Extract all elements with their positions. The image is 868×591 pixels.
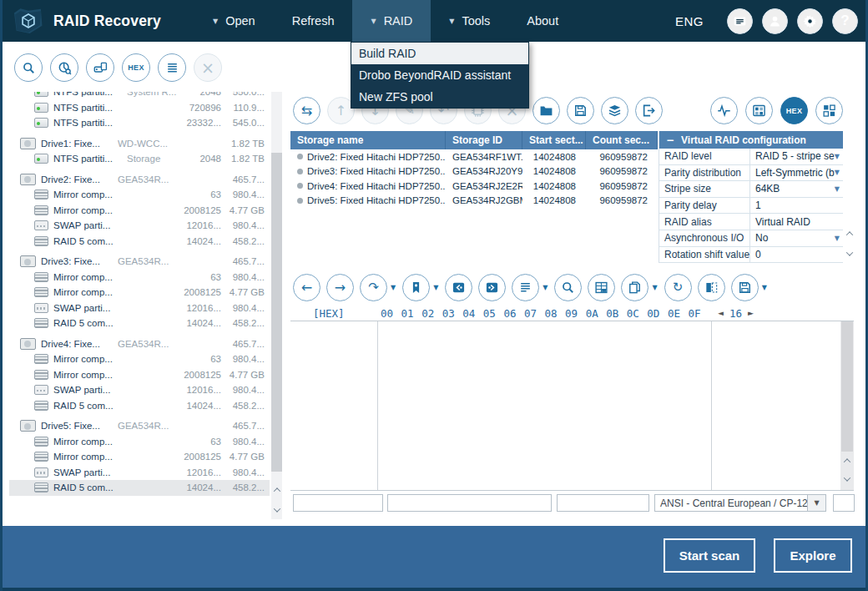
- hex-scrollbar[interactable]: [840, 321, 854, 490]
- tree-row[interactable]: NTFS partiti...Storage20481.82 TB: [9, 151, 270, 167]
- tree-row[interactable]: SWAP parti...12016...980.4...: [9, 301, 270, 316]
- raid-menu-item[interactable]: New ZFS pool: [351, 86, 528, 108]
- tree-row[interactable]: Drive3: Fixe...GEA534R...465.7...: [9, 254, 270, 270]
- tree-row[interactable]: SWAP parti...12016...980.4...: [9, 218, 270, 234]
- pager-right-icon[interactable]: ►: [748, 309, 754, 317]
- save-as-dropdown-icon[interactable]: ▼: [762, 284, 767, 291]
- bookmark-icon[interactable]: [402, 274, 430, 301]
- menu-item-open[interactable]: ▼Open: [194, 0, 274, 42]
- news-icon[interactable]: [727, 8, 753, 34]
- menu-item-raid[interactable]: ▼RAID: [352, 0, 431, 42]
- save-icon[interactable]: [567, 97, 594, 124]
- raid-menu-item[interactable]: Build RAID: [351, 43, 528, 64]
- config-scroll-up-icon[interactable]: [844, 225, 855, 243]
- disk-image-icon[interactable]: [86, 53, 114, 82]
- tree-row[interactable]: Mirror comp...20081254.77 GB: [9, 285, 270, 301]
- table-column-header[interactable]: Start sect...: [522, 131, 586, 149]
- tree-row[interactable]: RAID 5 com...14024...458.2...: [9, 316, 270, 331]
- preview-icon[interactable]: [745, 97, 773, 124]
- sidebar-scrollbar[interactable]: [271, 92, 282, 519]
- help-icon[interactable]: ?: [832, 8, 858, 34]
- config-scroll-down-icon[interactable]: [844, 245, 855, 263]
- config-dropdown-icon[interactable]: ▼: [835, 235, 843, 242]
- grid-icon[interactable]: [588, 274, 615, 301]
- encoding-select[interactable]: ANSI - Central European / CP-1250 ▼: [654, 494, 826, 512]
- tree-row[interactable]: RAID 5 com...14024...458.2...: [9, 480, 270, 496]
- hex-value-input[interactable]: [387, 494, 552, 512]
- layers-icon[interactable]: [601, 97, 628, 124]
- table-column-header[interactable]: Storage ID: [446, 131, 522, 149]
- search-icon[interactable]: [554, 274, 582, 301]
- tree-row[interactable]: NTFS partiti...System R...2048550.0...: [9, 92, 270, 100]
- hex-offset-input[interactable]: [293, 494, 383, 512]
- build-raid-icon[interactable]: ⇆: [293, 97, 320, 124]
- tree-row[interactable]: Mirror comp...63980.4...: [9, 434, 270, 450]
- menu-item-about[interactable]: About: [508, 0, 577, 42]
- table-row[interactable]: Drive3: Fixed Hitachi HDP7250...GEA534RJ…: [290, 164, 658, 179]
- goto-icon[interactable]: ↷: [360, 274, 387, 301]
- config-scrollbar[interactable]: [844, 131, 855, 263]
- table-column-header[interactable]: Storage name: [290, 131, 446, 149]
- settings-icon[interactable]: [797, 8, 823, 34]
- list-icon[interactable]: [512, 274, 539, 301]
- scan-icon[interactable]: [14, 53, 43, 82]
- open-folder-icon[interactable]: [532, 97, 560, 124]
- menu-item-tools[interactable]: ▼Tools: [431, 0, 508, 42]
- table-column-header[interactable]: Count sec...: [586, 131, 658, 149]
- tree-row[interactable]: Mirror comp...20081254.77 GB: [9, 449, 270, 465]
- hex-extra-box[interactable]: [833, 494, 855, 512]
- hex-scrollbar-thumb[interactable]: [841, 321, 853, 453]
- back-icon[interactable]: ←: [293, 274, 320, 301]
- list-dropdown-icon[interactable]: ▼: [542, 284, 548, 291]
- encoding-dropdown-icon[interactable]: ▼: [807, 495, 825, 511]
- explore-button[interactable]: Explore: [774, 538, 852, 573]
- bookmark-dropdown-icon[interactable]: ▼: [433, 284, 438, 291]
- save-as-icon[interactable]: [731, 274, 759, 301]
- pager-left-icon[interactable]: ◄: [718, 309, 724, 317]
- tree-row[interactable]: Mirror comp...63980.4...: [9, 270, 270, 285]
- raid-menu-item[interactable]: Drobo BeyondRAID assistant: [351, 64, 528, 86]
- tree-row[interactable]: RAID 5 com...14024...458.2...: [9, 398, 270, 414]
- config-value[interactable]: RAID 5 - stripe set▼: [750, 149, 843, 164]
- goto-dropdown-icon[interactable]: ▼: [391, 284, 396, 291]
- config-dropdown-icon[interactable]: ▼: [835, 169, 843, 176]
- forward-icon[interactable]: →: [326, 274, 354, 301]
- diagnostics-icon[interactable]: [710, 97, 738, 124]
- language-selector[interactable]: ENG: [675, 14, 704, 28]
- start-scan-button[interactable]: Start scan: [664, 538, 755, 573]
- tree-row[interactable]: Mirror comp...63980.4...: [9, 351, 270, 367]
- prev-bookmark-icon[interactable]: [445, 274, 472, 301]
- copy-icon[interactable]: [621, 274, 648, 301]
- config-dropdown-icon[interactable]: ▼: [835, 185, 843, 193]
- config-value[interactable]: 64KB▼: [750, 181, 843, 197]
- tree-row[interactable]: Mirror comp...20081254.77 GB: [9, 367, 270, 383]
- tree-row[interactable]: Drive5: Fixe...GEA534R...465.7...: [9, 418, 270, 434]
- tree-row[interactable]: Mirror comp...20081254.77 GB: [9, 203, 270, 219]
- collapse-icon[interactable]: −: [666, 134, 674, 146]
- panel-icon[interactable]: [698, 274, 725, 301]
- config-value[interactable]: 1: [750, 198, 843, 214]
- hex-selection-input[interactable]: [557, 494, 649, 512]
- tree-row[interactable]: Drive2: Fixe...GEA534R...465.7...: [9, 172, 270, 188]
- table-row[interactable]: Drive2: Fixed Hitachi HDP7250...GEA534RF…: [290, 149, 658, 164]
- config-dropdown-icon[interactable]: ▼: [835, 153, 843, 160]
- config-value[interactable]: 0: [750, 247, 843, 263]
- properties-icon[interactable]: [158, 53, 186, 82]
- tree-row[interactable]: SWAP parti...12016...980.4...: [9, 382, 270, 398]
- export-icon[interactable]: [635, 97, 663, 124]
- tree-row[interactable]: NTFS partiti...720896110.9...: [9, 100, 270, 116]
- table-row[interactable]: Drive4: Fixed Hitachi HDP7250...GEA534RJ…: [290, 179, 658, 194]
- tree-row[interactable]: NTFS partiti...23332...545.0...: [9, 115, 270, 131]
- next-bookmark-icon[interactable]: [478, 274, 506, 301]
- config-value[interactable]: Left-Symmetric (ba▼: [750, 165, 843, 181]
- tree-row[interactable]: RAID 5 com...14024...458.2...: [9, 234, 270, 250]
- hex-mode-icon[interactable]: HEX: [780, 97, 808, 124]
- tree-row[interactable]: Drive4: Fixe...GEA534R...465.7...: [9, 336, 270, 352]
- tree-row[interactable]: Drive1: Fixe...WD-WCC...1.82 TB: [9, 136, 270, 152]
- refresh-icon[interactable]: ↻: [664, 274, 692, 301]
- copy-dropdown-icon[interactable]: ▼: [652, 284, 657, 291]
- tree-row[interactable]: Mirror comp...63980.4...: [9, 187, 270, 203]
- menu-item-refresh[interactable]: Refresh: [274, 0, 353, 42]
- hex-scroll-down-icon[interactable]: [840, 470, 854, 488]
- account-icon[interactable]: [762, 8, 788, 34]
